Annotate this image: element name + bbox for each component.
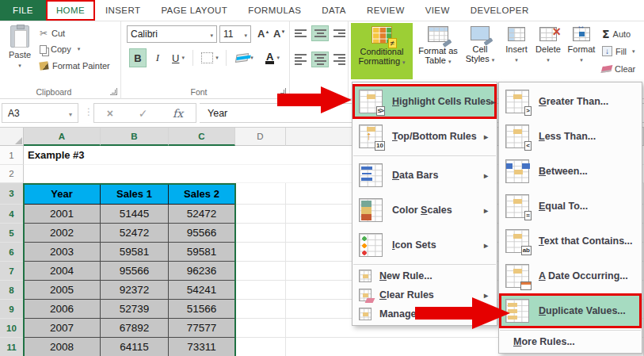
cell-empty[interactable] (235, 224, 286, 243)
cell-sales1[interactable]: 51445 (101, 205, 169, 224)
cell-empty[interactable] (235, 243, 286, 262)
fill-button[interactable]: ↓ Fill (602, 46, 635, 56)
italic-button[interactable]: I (151, 48, 164, 67)
font-size-combo[interactable]: 11 (219, 25, 251, 43)
cell-year[interactable]: 2004 (24, 262, 101, 281)
autosum-button[interactable]: Σ Auto (602, 28, 631, 40)
row-header[interactable]: 7 (0, 262, 24, 281)
tab-data[interactable]: DATA (311, 0, 356, 21)
tab-review[interactable]: REVIEW (356, 0, 415, 21)
cell-sales2[interactable]: 77577 (169, 319, 235, 338)
cell-sales1[interactable]: 59581 (101, 243, 169, 262)
cell-year[interactable]: 2001 (24, 205, 101, 224)
format-cells-button[interactable]: ↔ Format (566, 25, 597, 77)
menu-item-top-bottom-rules[interactable]: Top/Bottom Rules (352, 119, 497, 154)
paste-dropdown-arrow-icon[interactable] (18, 59, 21, 69)
fill-color-button[interactable] (232, 48, 257, 67)
submenu-item-between[interactable]: Between... (499, 154, 642, 189)
tab-formulas[interactable]: FORMULAS (238, 0, 311, 21)
top-align-button[interactable] (292, 25, 310, 41)
chevron-down-icon[interactable] (208, 29, 213, 40)
cell-sales2[interactable]: 54241 (169, 281, 235, 300)
cell-empty[interactable] (235, 319, 286, 338)
menu-item-color-scales[interactable]: Color Scales (352, 193, 497, 228)
cell-empty[interactable] (235, 300, 286, 319)
enter-icon[interactable]: ✓ (139, 107, 148, 120)
cell-sales1[interactable]: 64115 (101, 338, 169, 356)
cell-year[interactable]: 2002 (24, 224, 101, 243)
insert-function-icon[interactable]: fx (173, 107, 183, 120)
cell-sales2[interactable]: 95566 (169, 224, 235, 243)
format-as-table-button[interactable]: Format as Table (415, 23, 461, 79)
tab-developer[interactable]: DEVELOPER (460, 0, 539, 21)
middle-align-button[interactable] (311, 25, 329, 41)
menu-item-new-rule[interactable]: New Rule... (352, 266, 497, 285)
cell-sales1[interactable]: 92372 (101, 281, 169, 300)
submenu-item-equal-to[interactable]: Equal To... (499, 189, 642, 224)
align-left-button[interactable] (292, 52, 310, 67)
cell-sales2[interactable]: 96236 (169, 262, 235, 281)
row-header-3[interactable]: 3 (0, 183, 24, 205)
cell-year[interactable]: 2006 (24, 300, 101, 319)
clear-button[interactable]: Clear (602, 64, 635, 74)
cut-button[interactable]: Cut (40, 28, 65, 39)
cell-year-header[interactable]: Year (24, 183, 101, 205)
row-header-1[interactable]: 1 (0, 146, 24, 165)
select-all-corner[interactable] (0, 128, 24, 146)
font-color-button[interactable]: A (261, 48, 284, 67)
row-header[interactable]: 10 (0, 319, 24, 338)
submenu-item-duplicate-values[interactable]: Duplicate Values... (499, 293, 642, 328)
cell-sales1[interactable]: 52739 (101, 300, 169, 319)
cell-sales2-header[interactable]: Sales 2 (169, 183, 235, 205)
cell-sales2[interactable]: 59581 (169, 243, 235, 262)
format-painter-button[interactable]: Format Painter (40, 61, 110, 71)
submenu-item-more-rules[interactable]: More Rules... (499, 332, 642, 351)
chevron-down-icon[interactable] (67, 108, 72, 119)
column-header-a[interactable]: A (24, 128, 101, 146)
column-header-d[interactable]: D (235, 128, 286, 146)
bottom-align-button[interactable] (330, 25, 348, 41)
cell-empty[interactable] (235, 262, 286, 281)
cell-styles-button[interactable]: Cell Styles (463, 23, 497, 79)
row-header[interactable]: 11 (0, 338, 24, 356)
row-header[interactable]: 9 (0, 300, 24, 319)
font-name-combo[interactable]: Calibri (127, 25, 217, 43)
delete-cells-button[interactable]: × Delete (532, 25, 564, 77)
row-header[interactable]: 4 (0, 205, 24, 224)
cell-sales1[interactable]: 95566 (101, 262, 169, 281)
tab-home[interactable]: HOME (46, 0, 95, 21)
cell-year[interactable]: 2007 (24, 319, 101, 338)
menu-item-icon-sets[interactable]: Icon Sets (352, 228, 497, 262)
cell-sales1-header[interactable]: Sales 1 (101, 183, 169, 205)
borders-button[interactable] (198, 48, 222, 67)
cell-year[interactable]: 2003 (24, 243, 101, 262)
submenu-item-greater-than[interactable]: Greater Than... (499, 84, 642, 119)
row-header[interactable]: 5 (0, 224, 24, 243)
insert-cells-button[interactable]: Insert (501, 25, 532, 77)
shrink-font-button[interactable]: A (273, 28, 285, 40)
cell-empty[interactable] (235, 338, 286, 356)
column-header-b[interactable]: B (101, 128, 169, 146)
align-right-button[interactable] (330, 52, 348, 67)
cancel-icon[interactable]: × (107, 107, 113, 120)
tab-file[interactable]: FILE (0, 0, 46, 21)
tab-page-layout[interactable]: PAGE LAYOUT (151, 0, 238, 21)
submenu-item-less-than[interactable]: Less Than... (499, 119, 642, 154)
row-header[interactable]: 8 (0, 281, 24, 300)
submenu-item-a-date-occurring[interactable]: A Date Occurring... (499, 258, 642, 293)
cell-empty[interactable] (235, 205, 286, 224)
cell-sales1[interactable]: 67892 (101, 319, 169, 338)
tab-view[interactable]: VIEW (415, 0, 460, 21)
cell-empty[interactable] (235, 183, 286, 205)
column-header-c[interactable]: C (169, 128, 235, 146)
chevron-down-icon[interactable] (242, 29, 247, 40)
row-header[interactable]: 6 (0, 243, 24, 262)
clipboard-dialog-launcher-icon[interactable] (110, 88, 117, 95)
cell-sales2[interactable]: 73311 (169, 338, 235, 356)
submenu-item-text-that-contains[interactable]: Text that Contains... (499, 224, 642, 258)
menu-item-data-bars[interactable]: Data Bars (352, 158, 497, 193)
bold-button[interactable]: B (129, 48, 147, 67)
grow-font-button[interactable]: A (257, 28, 269, 40)
cell-year[interactable]: 2008 (24, 338, 101, 356)
name-box[interactable]: A3 (2, 103, 78, 123)
